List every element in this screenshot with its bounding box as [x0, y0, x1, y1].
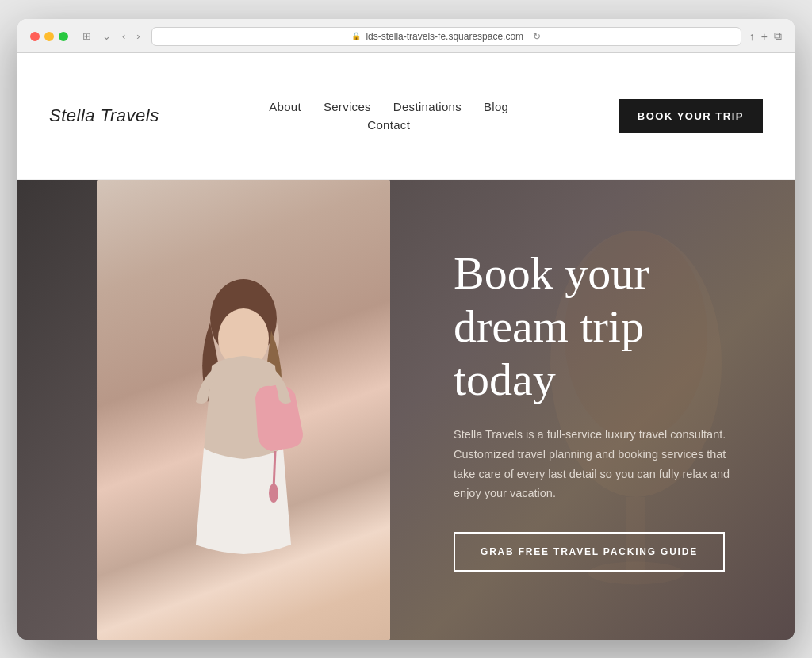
portrait-image — [97, 180, 390, 640]
hero-portrait — [97, 180, 390, 640]
nav-about[interactable]: About — [269, 100, 301, 113]
nav-blog[interactable]: Blog — [484, 100, 508, 113]
packing-guide-button[interactable]: GRAB FREE TRAVEL PACKING GUIDE — [454, 532, 725, 572]
nav-destinations[interactable]: Destinations — [393, 100, 462, 113]
fullscreen-button[interactable] — [59, 32, 68, 41]
nav-row-1: About Services Destinations Blog — [269, 100, 508, 113]
address-bar[interactable]: 🔒 lds-stella-travels-fe.squarespace.com … — [151, 27, 741, 46]
forward-button[interactable]: › — [133, 29, 143, 44]
website-content: Stella Travels About Services Destinatio… — [17, 53, 795, 640]
nav-services[interactable]: Services — [324, 100, 371, 113]
nav-contact[interactable]: Contact — [367, 118, 410, 132]
url-text: lds-stella-travels-fe.squarespace.com — [366, 31, 523, 42]
back-button[interactable]: ‹ — [119, 29, 128, 44]
new-tab-button[interactable]: + — [761, 30, 768, 43]
close-button[interactable] — [30, 32, 40, 41]
browser-window: ⊞ ⌄ ‹ › 🔒 lds-stella-travels-fe.squaresp… — [17, 19, 795, 640]
window-icon[interactable]: ⊞ — [79, 29, 94, 44]
hero-content: Book your dream trip today Stella Travel… — [17, 180, 795, 640]
site-logo: Stella Travels — [49, 105, 159, 126]
minimize-button[interactable] — [44, 32, 54, 41]
site-header: Stella Travels About Services Destinatio… — [17, 53, 795, 180]
hero-text: Book your dream trip today Stella Travel… — [438, 212, 747, 608]
hero-description: Stella Travels is a full-service luxury … — [454, 425, 747, 503]
refresh-icon[interactable]: ↻ — [533, 31, 541, 42]
hero-section: Book your dream trip today Stella Travel… — [17, 180, 795, 640]
site-nav: About Services Destinations Blog Contact — [269, 100, 508, 132]
traffic-lights — [30, 32, 68, 41]
nav-row-2: Contact — [367, 118, 410, 132]
hero-headline: Book your dream trip today — [454, 247, 747, 406]
chevron-icon[interactable]: ⌄ — [99, 29, 114, 44]
woman-silhouette — [117, 243, 370, 640]
share-button[interactable]: ↑ — [749, 30, 755, 43]
browser-chrome: ⊞ ⌄ ‹ › 🔒 lds-stella-travels-fe.squaresp… — [17, 19, 795, 53]
browser-actions: ↑ + ⧉ — [749, 29, 782, 43]
svg-point-8 — [269, 484, 278, 503]
book-trip-button[interactable]: BOOK YOUR TRIP — [619, 99, 763, 133]
tab-overview-button[interactable]: ⧉ — [774, 29, 782, 43]
svg-line-7 — [274, 451, 275, 489]
browser-controls: ⊞ ⌄ ‹ › — [79, 29, 144, 44]
lock-icon: 🔒 — [351, 32, 361, 40]
